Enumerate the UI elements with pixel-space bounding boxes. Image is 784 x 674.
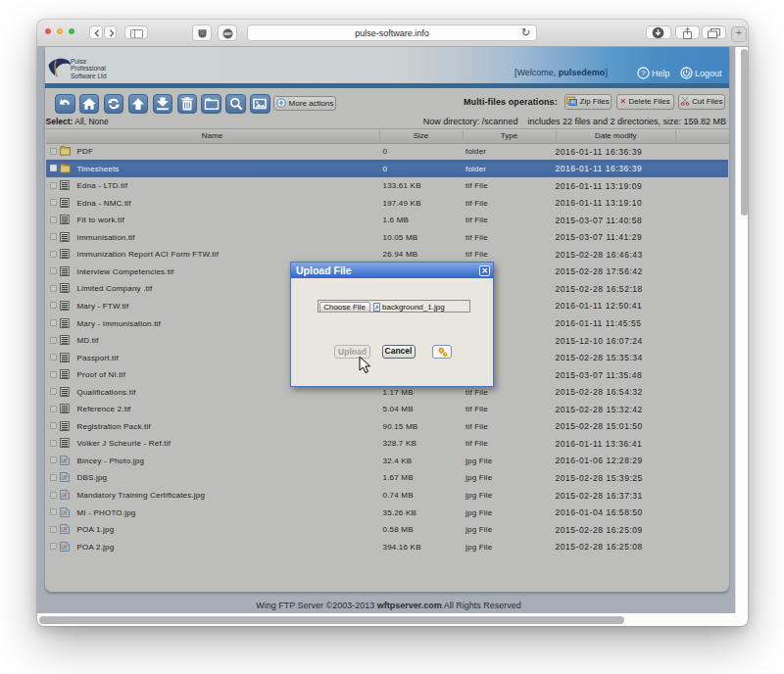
- svg-text:?: ?: [641, 69, 646, 77]
- svg-text:ABP: ABP: [224, 31, 230, 35]
